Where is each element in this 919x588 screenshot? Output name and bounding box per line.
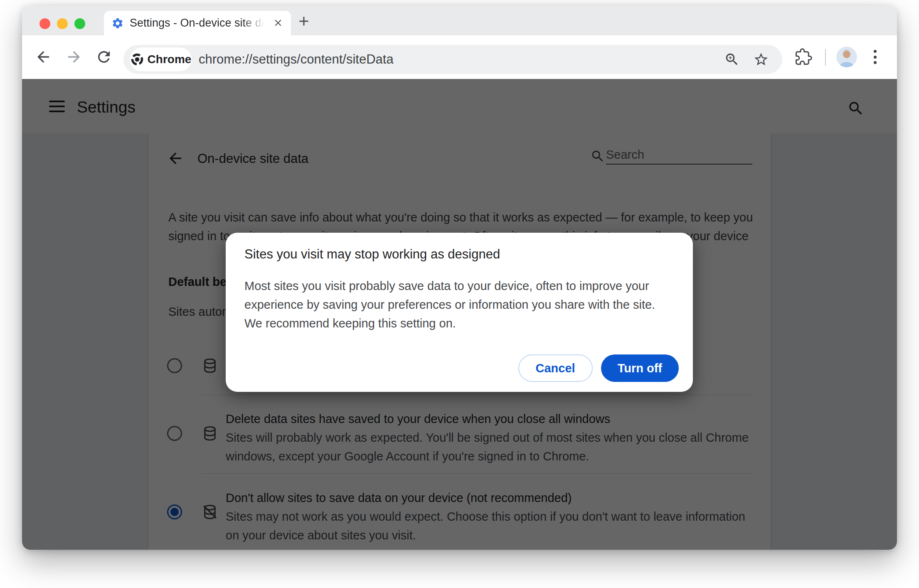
close-tab-icon[interactable] [273, 17, 283, 28]
tab-strip: Settings - On-device site data [22, 6, 897, 35]
forward-arrow-icon[interactable] [65, 48, 83, 66]
browser-window: Settings - On-device site data [22, 6, 897, 550]
close-window-button[interactable] [39, 18, 50, 29]
site-chip[interactable]: Chrome [130, 47, 192, 71]
gear-icon [111, 17, 124, 30]
toolbar-divider [825, 49, 826, 66]
extensions-puzzle-icon[interactable] [795, 48, 812, 66]
browser-toolbar: Chrome chrome://settings/content/siteDat… [22, 35, 897, 79]
kebab-menu-icon[interactable] [870, 49, 880, 65]
url-text[interactable]: chrome://settings/content/siteData [199, 52, 394, 67]
profile-avatar[interactable] [836, 47, 857, 67]
minimize-window-button[interactable] [57, 18, 68, 29]
cancel-button[interactable]: Cancel [518, 354, 593, 382]
dialog-title: Sites you visit may stop working as desi… [244, 247, 500, 262]
address-bar[interactable]: Chrome chrome://settings/content/siteDat… [123, 45, 782, 74]
turn-off-button[interactable]: Turn off [601, 354, 679, 382]
dialog-buttons: Cancel Turn off [518, 354, 679, 382]
bookmark-star-icon[interactable] [753, 52, 769, 67]
reload-icon[interactable] [95, 48, 113, 66]
zoom-in-icon[interactable] [724, 52, 740, 67]
new-tab-button[interactable] [296, 14, 311, 29]
tab-title: Settings - On-device site data [130, 17, 267, 30]
site-chip-label: Chrome [148, 53, 192, 66]
active-tab[interactable]: Settings - On-device site data [104, 11, 291, 35]
maximize-window-button[interactable] [74, 18, 85, 29]
confirmation-dialog: Sites you visit may stop working as desi… [226, 233, 693, 392]
back-arrow-icon[interactable] [34, 48, 52, 66]
dialog-body: Most sites you visit probably save data … [244, 277, 666, 333]
chrome-logo-icon [131, 53, 144, 66]
